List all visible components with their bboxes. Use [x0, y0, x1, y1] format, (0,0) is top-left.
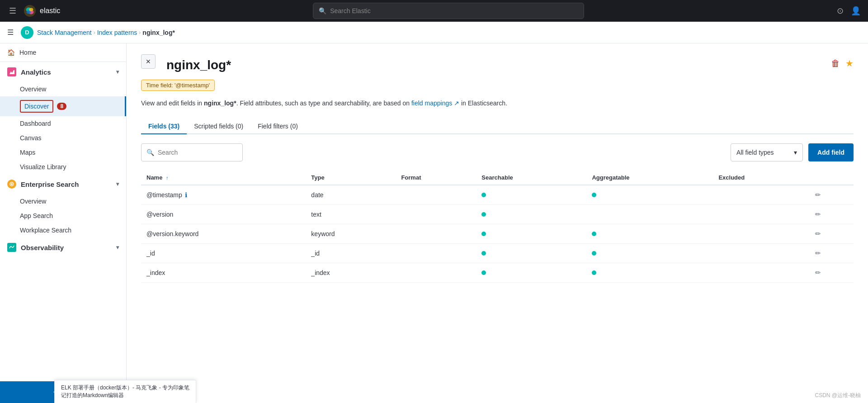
breadcrumb-current: nginx_log* — [142, 29, 175, 36]
star-button[interactable]: ★ — [845, 58, 854, 69]
edit-icon[interactable]: ✏ — [815, 230, 821, 237]
aggregatable-dot — [592, 232, 596, 236]
search-container: 🔍 Search Elastic — [66, 3, 831, 19]
add-field-button[interactable]: Add field — [808, 143, 854, 161]
field-format-cell — [396, 263, 476, 283]
edit-icon[interactable]: ✏ — [815, 269, 821, 276]
discover-label[interactable]: Discover — [20, 100, 53, 113]
enterprise-search-icon — [7, 180, 16, 189]
field-searchable-cell — [476, 185, 586, 205]
sidebar-item-maps[interactable]: Maps — [0, 145, 126, 160]
table-row: _index _index ✏ — [141, 263, 854, 283]
col-header-actions — [810, 171, 854, 185]
aggregatable-dot — [592, 251, 596, 256]
hamburger-button[interactable]: ☰ — [7, 4, 18, 18]
field-format-cell — [396, 205, 476, 224]
field-aggregatable-cell — [586, 244, 713, 263]
col-header-name[interactable]: Name ↑ — [141, 171, 306, 185]
field-aggregatable-cell — [586, 224, 713, 244]
edit-icon[interactable]: ✏ — [815, 210, 821, 218]
enterprise-search-label: Enterprise Search — [21, 180, 79, 188]
field-aggregatable-cell — [586, 185, 713, 205]
user-avatar[interactable]: D — [21, 26, 33, 39]
edit-icon[interactable]: ✏ — [815, 191, 821, 199]
col-header-type: Type — [306, 171, 396, 185]
info-icon[interactable]: ℹ — [185, 191, 187, 199]
page-title: nginx_log* — [166, 58, 231, 72]
elastic-text: elastic — [40, 7, 60, 15]
field-name-text: @version.keyword — [146, 230, 198, 237]
sidebar-item-app-search[interactable]: App Search — [0, 209, 126, 223]
field-edit-cell: ✏ — [810, 205, 854, 224]
field-type-cell: date — [306, 185, 396, 205]
searchable-dot — [481, 212, 486, 217]
field-type-cell: text — [306, 205, 396, 224]
sidebar-item-visualize-library[interactable]: Visualize Library — [0, 160, 126, 174]
field-name-text: _index — [146, 269, 165, 276]
user-menu-icon[interactable]: 👤 — [851, 6, 861, 16]
search-icon: 🔍 — [146, 149, 154, 156]
sidebar-toggle-button[interactable]: ☰ — [7, 28, 14, 37]
field-searchable-cell — [476, 244, 586, 263]
table-row: @version text ✏ — [141, 205, 854, 224]
breadcrumb-bar: ☰ D Stack Management › Index patterns › … — [0, 22, 868, 43]
sidebar-item-home[interactable]: 🏠 Home — [0, 43, 126, 62]
sidebar-section-enterprise-search[interactable]: Enterprise Search ▾ — [0, 174, 126, 194]
analytics-icon — [7, 67, 16, 76]
svg-point-4 — [29, 8, 33, 11]
field-excluded-cell — [713, 185, 810, 205]
sidebar-item-workplace-search[interactable]: Workplace Search — [0, 223, 126, 237]
field-name-text: @version — [146, 211, 173, 218]
sidebar-item-overview-enterprise[interactable]: Overview — [0, 194, 126, 209]
field-excluded-cell — [713, 224, 810, 244]
col-header-searchable: Searchable — [476, 171, 586, 185]
field-edit-cell: ✏ — [810, 244, 854, 263]
searchable-dot — [481, 251, 486, 256]
sidebar-item-discover[interactable]: Discover 8 — [0, 96, 126, 116]
sidebar-section-observability[interactable]: Observability ▾ — [0, 237, 126, 257]
delete-button[interactable]: 🗑 — [831, 58, 840, 69]
field-type-filter[interactable]: All field types ▾ — [731, 143, 803, 161]
breadcrumb-stack-management[interactable]: Stack Management — [37, 29, 92, 36]
help-icon[interactable]: ⊙ — [837, 6, 844, 16]
field-excluded-cell — [713, 205, 810, 224]
sidebar: 🏠 Home Analytics ▾ Overview Discover 8 D… — [0, 43, 127, 403]
discover-badge: 8 — [57, 103, 66, 110]
breadcrumb-separator-2: › — [139, 29, 141, 36]
tab-field-filters[interactable]: Field filters (0) — [250, 119, 305, 134]
sidebar-item-dashboard[interactable]: Dashboard — [0, 116, 126, 131]
searchable-dot — [481, 270, 486, 275]
sidebar-section-analytics[interactable]: Analytics ▾ — [0, 62, 126, 82]
field-searchable-cell — [476, 205, 586, 224]
elastic-logo: elastic — [24, 5, 60, 17]
sort-arrow-name: ↑ — [166, 175, 169, 180]
tab-fields[interactable]: Fields (33) — [141, 119, 187, 134]
field-name-cell: _id — [141, 244, 306, 263]
field-mappings-link[interactable]: field mappings ↗ — [411, 100, 459, 107]
field-format-cell — [396, 185, 476, 205]
elastic-svg-icon — [24, 5, 36, 17]
edit-icon[interactable]: ✏ — [815, 249, 821, 257]
tab-scripted-fields[interactable]: Scripted fields (0) — [187, 119, 250, 134]
search-input[interactable] — [141, 143, 243, 161]
close-button[interactable]: ✕ — [141, 54, 156, 69]
table-row: _id _id ✏ — [141, 244, 854, 263]
search-wrapper: 🔍 — [141, 143, 725, 161]
table-header: Name ↑ Type Format Searchable Aggregatab… — [141, 171, 854, 185]
top-navigation: ☰ elastic 🔍 Search Elastic ⊙ 👤 — [0, 0, 868, 22]
breadcrumb-index-patterns[interactable]: Index patterns — [97, 29, 137, 36]
filter-label: All field types — [736, 149, 774, 156]
breadcrumb-separator-1: › — [94, 29, 95, 36]
field-name-cell: @version — [141, 205, 306, 224]
sidebar-item-canvas[interactable]: Canvas — [0, 131, 126, 145]
observability-icon — [7, 243, 16, 252]
field-excluded-cell — [713, 263, 810, 283]
time-field-badge: Time field: '@timestamp' — [141, 80, 215, 91]
field-aggregatable-cell — [586, 205, 713, 224]
col-header-aggregatable: Aggregatable — [586, 171, 713, 185]
sidebar-item-overview-analytics[interactable]: Overview — [0, 82, 126, 96]
tooltip-line1: ELK 部署手册（docker版本）- 马克飞象 - 专为印象笔 — [61, 384, 189, 392]
search-bar[interactable]: 🔍 Search Elastic — [313, 3, 584, 19]
field-excluded-cell — [713, 244, 810, 263]
fields-toolbar: 🔍 All field types ▾ Add field — [141, 143, 854, 161]
